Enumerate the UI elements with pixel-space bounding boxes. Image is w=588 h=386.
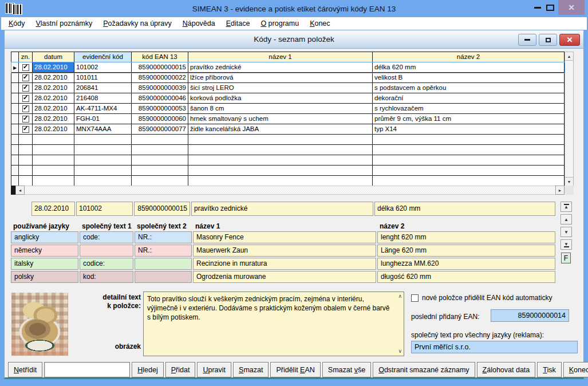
last-record-button[interactable]: ▼ [561, 239, 572, 250]
table-row[interactable]: ✓28.02.2010FGH-018590000000060hrnek smal… [11, 114, 565, 124]
table-row[interactable]: ✓28.02.2010AK-4711-MX48590000000053šanon… [11, 104, 565, 114]
table-row[interactable]: ✓28.02.20101010118590000000022lžíce příb… [11, 73, 565, 83]
common-text1-cell[interactable] [80, 245, 133, 257]
table-row-empty[interactable] [11, 155, 565, 166]
empty-cell [373, 145, 565, 155]
smazat-vse-button[interactable]: Smazat vše [322, 362, 371, 377]
summary-ean-field: 8590000000015 [134, 202, 190, 216]
first-record-button[interactable]: ▲ [561, 202, 572, 212]
menu-item-pozadavky-na-upravy[interactable]: Požadavky na úpravy [103, 19, 172, 27]
common-text2-cell[interactable]: NR.: [135, 245, 192, 257]
nazev2-cell[interactable]: Länge 620 mm [377, 245, 555, 257]
next-record-button[interactable]: ▼ [561, 227, 572, 237]
row-checkbox[interactable]: ✓ [22, 116, 29, 123]
table-row-empty[interactable] [11, 145, 565, 155]
row-checkbox[interactable]: ✓ [22, 105, 29, 112]
header-datum[interactable]: datum [33, 52, 74, 62]
auto-ean-checkbox[interactable] [411, 294, 419, 302]
header-zn[interactable]: zn. [19, 52, 33, 62]
table-row[interactable]: ✓28.02.20102068418590000000039šicí stroj… [11, 83, 565, 93]
language-cell[interactable]: německy [11, 245, 78, 257]
table-horizontal-scrollbar[interactable]: ◄ ► [11, 186, 574, 195]
menu-item-napoveda[interactable]: Nápověda [183, 19, 215, 27]
row-checkbox[interactable]: ✓ [22, 64, 29, 71]
header-evidencni-kod[interactable]: evidenční kód [74, 52, 132, 62]
header-kod-ean-13[interactable]: kód EAN 13 [132, 52, 188, 62]
empty-cell [373, 166, 565, 176]
child-restore-button[interactable] [539, 34, 557, 46]
header-nazev-1[interactable]: název 1 [188, 52, 373, 62]
nazev2-cell[interactable]: lenght 620 mm [377, 231, 555, 243]
barcode-child-icon [13, 4, 22, 15]
detail-text-area[interactable]: Toto pravítko slouží k veškerým zednický… [143, 292, 404, 356]
scroll-right-button[interactable]: ► [555, 186, 565, 195]
empty-cell [33, 166, 74, 176]
header-spolecny-text-2: společný text 2 [135, 222, 193, 230]
row-checkbox[interactable]: ✓ [22, 85, 29, 92]
menu-item-kody[interactable]: Kódy [9, 19, 25, 27]
tisk-button[interactable]: Tisk [537, 362, 561, 377]
odstranit-smazane-zaznamy-button[interactable]: Odstranit smazané záznamy [373, 362, 475, 377]
common-text-field[interactable]: První měřící s.r.o. [411, 341, 578, 353]
nazev2-cell[interactable]: lunghezza MM.620 [377, 258, 555, 270]
empty-cell [132, 166, 188, 176]
child-minimize-button[interactable] [518, 34, 536, 46]
child-close-button[interactable]: ✕ [559, 34, 580, 46]
language-cell[interactable]: anglicky [11, 231, 78, 243]
table-vertical-scrollbar[interactable]: ▲ ▼ [565, 52, 574, 186]
common-text1-cell[interactable]: code: [80, 231, 133, 243]
nazev1-cell[interactable]: Recinzione in muratura [193, 258, 376, 270]
header-nazev-2[interactable]: název 2 [373, 52, 565, 62]
zalohovat-data-button[interactable]: Zálohovat data [477, 362, 536, 377]
pridelit-ean-button[interactable]: Přidělit EAN [270, 362, 320, 377]
common-text2-cell[interactable] [135, 271, 192, 283]
common-text2-cell[interactable]: NR.: [135, 231, 192, 243]
row-checkbox[interactable]: ✓ [22, 74, 29, 81]
table-row[interactable]: ✓28.02.20102164088590000000046korková po… [11, 93, 565, 104]
close-button[interactable]: ✕ [558, 0, 585, 15]
row-checkbox[interactable]: ✓ [22, 126, 29, 133]
row-checkbox[interactable]: ✓ [22, 95, 29, 102]
menu-item-konec[interactable]: Konec [310, 19, 330, 27]
table-row-empty[interactable] [11, 135, 565, 145]
smazat-button[interactable]: Smazat [233, 362, 269, 377]
nazev1-cell[interactable]: Mauerwerk Zaun [193, 245, 376, 257]
search-input[interactable] [44, 362, 130, 377]
pridat-button[interactable]: Přidat [165, 362, 196, 377]
maximize-button[interactable] [544, 0, 557, 15]
nazev2-cell[interactable]: długość 620 mm [377, 271, 555, 283]
language-cell[interactable]: italsky [11, 258, 78, 270]
previous-record-button[interactable]: ▲ [561, 214, 572, 224]
nazev1-cell[interactable]: Ogrodzenia murowane [193, 271, 376, 283]
language-cell[interactable]: polsky [11, 271, 78, 283]
minimize-button[interactable] [532, 0, 543, 15]
table-row-empty[interactable] [11, 166, 565, 176]
nazev1-cell[interactable]: Masonry Fence [193, 231, 376, 243]
scroll-down-button[interactable]: ▼ [565, 177, 573, 186]
scroll-up-chevron-icon[interactable]: ∧ [398, 294, 402, 299]
common-text2-cell[interactable] [135, 258, 192, 270]
menu-item-vlastni-poznamky[interactable]: Vlastní poznámky [36, 19, 93, 27]
table-row[interactable]: ▶✓28.02.20101010028590000000015pravítko … [11, 62, 565, 73]
common-text1-cell[interactable]: codice: [80, 258, 133, 270]
table-row[interactable]: ✓28.02.2010MNX74AAA8590000000077židle ka… [11, 124, 565, 135]
konec-button[interactable]: Konec [563, 362, 588, 377]
common-text1-cell[interactable]: kod: [80, 271, 133, 283]
evidencni-kod-cell: AK-4711-MX4 [74, 104, 132, 114]
scroll-left-button[interactable]: ◄ [15, 186, 25, 195]
netridit-button[interactable]: Netřídit [8, 362, 42, 377]
menu-item-editace[interactable]: Editace [226, 19, 250, 27]
f-button[interactable]: F [561, 253, 571, 263]
empty-cell [188, 166, 373, 176]
menu-item-o-programu[interactable]: O programu [261, 19, 299, 27]
toolbar: NetříditHledejPřidatUpravitSmazatPřiděli… [8, 362, 580, 377]
scroll-down-chevron-icon[interactable]: ∨ [398, 349, 402, 354]
scroll-track[interactable] [25, 186, 555, 195]
header-indicator [11, 52, 19, 62]
down-arrow-icon: ▼ [564, 230, 569, 235]
hledej-button[interactable]: Hledej [132, 362, 163, 377]
upravit-button[interactable]: Upravit [197, 362, 231, 377]
scroll-up-button[interactable]: ▲ [565, 52, 573, 61]
zn-cell: ✓ [19, 93, 33, 104]
table-row-empty[interactable] [11, 176, 565, 186]
